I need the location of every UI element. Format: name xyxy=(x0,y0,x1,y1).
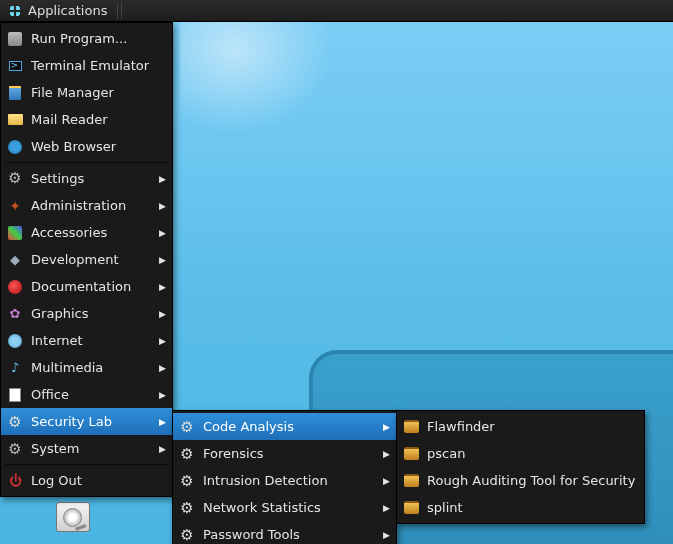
security-icon: ⚙ xyxy=(7,414,23,430)
chevron-right-icon: ▶ xyxy=(158,444,166,454)
toolbox-icon xyxy=(403,446,419,462)
gear-icon: ⚙ xyxy=(179,446,195,462)
menu-item-system[interactable]: ⚙ System ▶ xyxy=(1,435,172,462)
submenu-item-code-analysis[interactable]: ⚙ Code Analysis ▶ xyxy=(173,413,396,440)
gear-icon: ⚙ xyxy=(179,500,195,516)
hard-drive-icon xyxy=(56,502,90,532)
multimedia-icon: ♪ xyxy=(7,360,23,376)
menu-item-web-browser[interactable]: Web Browser xyxy=(1,133,172,160)
code-analysis-submenu: Flawfinder pscan Rough Auditing Tool for… xyxy=(396,410,645,524)
menu-item-documentation[interactable]: Documentation ▶ xyxy=(1,273,172,300)
graphics-icon: ✿ xyxy=(7,306,23,322)
applications-menu: Run Program... Terminal Emulator File Ma… xyxy=(0,22,173,497)
menu-item-internet[interactable]: Internet ▶ xyxy=(1,327,172,354)
chevron-right-icon: ▶ xyxy=(382,476,390,486)
menu-item-run-program[interactable]: Run Program... xyxy=(1,25,172,52)
applications-label: Applications xyxy=(28,3,107,18)
chevron-right-icon: ▶ xyxy=(158,201,166,211)
chevron-right-icon: ▶ xyxy=(158,417,166,427)
menu-item-accessories[interactable]: Accessories ▶ xyxy=(1,219,172,246)
applications-menu-button[interactable]: Applications xyxy=(0,0,115,21)
gear-icon: ⚙ xyxy=(179,473,195,489)
menu-item-terminal[interactable]: Terminal Emulator xyxy=(1,52,172,79)
menu-item-settings[interactable]: ⚙ Settings ▶ xyxy=(1,165,172,192)
chevron-right-icon: ▶ xyxy=(382,449,390,459)
logout-icon: ⏻ xyxy=(7,473,23,489)
chevron-right-icon: ▶ xyxy=(158,282,166,292)
menu-item-log-out[interactable]: ⏻ Log Out xyxy=(1,467,172,494)
system-icon: ⚙ xyxy=(7,441,23,457)
gear-icon: ⚙ xyxy=(179,527,195,543)
menu-item-file-manager[interactable]: File Manager xyxy=(1,79,172,106)
submenu-item-password-tools[interactable]: ⚙ Password Tools ▶ xyxy=(173,521,396,544)
menu-separator xyxy=(5,464,168,465)
toolbox-icon xyxy=(403,419,419,435)
panel-grip-icon[interactable] xyxy=(117,3,122,19)
tools-icon: ✦ xyxy=(7,198,23,214)
chevron-right-icon: ▶ xyxy=(382,422,390,432)
chevron-right-icon: ▶ xyxy=(158,309,166,319)
chevron-right-icon: ▶ xyxy=(158,228,166,238)
chevron-right-icon: ▶ xyxy=(158,174,166,184)
toolbox-icon xyxy=(403,500,419,516)
chevron-right-icon: ▶ xyxy=(158,390,166,400)
top-panel: Applications xyxy=(0,0,673,22)
menu-item-security-lab[interactable]: ⚙ Security Lab ▶ xyxy=(1,408,172,435)
desktop-icon-drive[interactable] xyxy=(56,502,90,532)
run-icon xyxy=(7,31,23,47)
submenu-item-rats[interactable]: Rough Auditing Tool for Security xyxy=(397,467,644,494)
submenu-item-flawfinder[interactable]: Flawfinder xyxy=(397,413,644,440)
gear-icon: ⚙ xyxy=(179,419,195,435)
office-icon xyxy=(7,387,23,403)
submenu-item-intrusion-detection[interactable]: ⚙ Intrusion Detection ▶ xyxy=(173,467,396,494)
menu-item-administration[interactable]: ✦ Administration ▶ xyxy=(1,192,172,219)
chevron-right-icon: ▶ xyxy=(382,530,390,540)
submenu-item-network-statistics[interactable]: ⚙ Network Statistics ▶ xyxy=(173,494,396,521)
menu-item-multimedia[interactable]: ♪ Multimedia ▶ xyxy=(1,354,172,381)
menu-item-mail-reader[interactable]: Mail Reader xyxy=(1,106,172,133)
chevron-right-icon: ▶ xyxy=(158,336,166,346)
chevron-right-icon: ▶ xyxy=(158,363,166,373)
chevron-right-icon: ▶ xyxy=(158,255,166,265)
gear-icon: ⚙ xyxy=(7,171,23,187)
help-icon xyxy=(7,279,23,295)
globe-icon xyxy=(7,139,23,155)
menu-item-office[interactable]: Office ▶ xyxy=(1,381,172,408)
submenu-item-splint[interactable]: splint xyxy=(397,494,644,521)
submenu-item-forensics[interactable]: ⚙ Forensics ▶ xyxy=(173,440,396,467)
menu-separator xyxy=(5,162,168,163)
xfce-logo-icon xyxy=(8,4,22,18)
development-icon: ◆ xyxy=(7,252,23,268)
security-lab-submenu: ⚙ Code Analysis ▶ ⚙ Forensics ▶ ⚙ Intrus… xyxy=(172,410,397,544)
menu-item-graphics[interactable]: ✿ Graphics ▶ xyxy=(1,300,172,327)
toolbox-icon xyxy=(403,473,419,489)
internet-icon xyxy=(7,333,23,349)
chevron-right-icon: ▶ xyxy=(382,503,390,513)
folder-icon xyxy=(7,85,23,101)
accessories-icon xyxy=(7,225,23,241)
menu-item-development[interactable]: ◆ Development ▶ xyxy=(1,246,172,273)
terminal-icon xyxy=(7,58,23,74)
mail-icon xyxy=(7,112,23,128)
submenu-item-pscan[interactable]: pscan xyxy=(397,440,644,467)
